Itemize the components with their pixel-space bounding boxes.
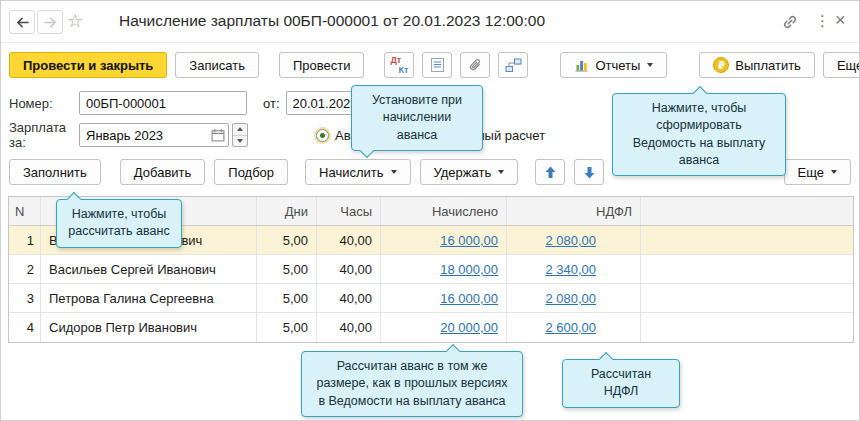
col-header-accrued[interactable]: Начислено (381, 197, 507, 225)
forward-arrow-icon (43, 16, 58, 29)
accrued-link[interactable]: 20 000,00 (440, 320, 498, 335)
accrued-link[interactable]: 16 000,00 (440, 233, 498, 248)
post-button[interactable]: Провести (279, 52, 365, 78)
more-button-main[interactable]: Еще (823, 52, 860, 78)
more-button-table[interactable]: Еще (784, 159, 851, 185)
withhold-button[interactable]: Удержать (420, 159, 519, 185)
tooltip-pay-hint: Нажмите, чтобы сформировать Ведомость на… (612, 93, 786, 176)
table-row[interactable]: 2 Васильев Сергей Иванович 5,00 40,00 18… (9, 255, 853, 284)
period-input[interactable] (79, 123, 229, 147)
period-spinner (232, 123, 248, 147)
more-label: Еще (837, 58, 860, 73)
fill-button[interactable]: Заполнить (9, 159, 101, 185)
days-cell[interactable]: 5,00 (257, 255, 317, 283)
more-menu-icon[interactable]: ⋮ (815, 12, 830, 30)
pick-button[interactable]: Подбор (214, 159, 288, 185)
pay-button[interactable]: ₽ Выплатить (699, 52, 815, 78)
tax-link[interactable]: 2 080,00 (545, 233, 596, 248)
tooltip-tail (67, 192, 81, 206)
hours-cell[interactable]: 40,00 (317, 284, 381, 312)
filler-cell (641, 255, 853, 283)
tooltip-tax-hint: Рассчитан НДФЛ (562, 359, 680, 408)
days-cell[interactable]: 5,00 (257, 313, 317, 342)
tax-link[interactable]: 2 600,00 (545, 320, 596, 335)
accrued-cell: 20 000,00 (381, 313, 507, 342)
hours-cell[interactable]: 40,00 (317, 226, 381, 254)
tax-link[interactable]: 2 080,00 (545, 291, 596, 306)
reports-button[interactable]: Отчеты (560, 52, 667, 78)
accrue-button[interactable]: Начислить (305, 159, 410, 185)
tooltip-set-on-advance: Установите при начислении аванса (351, 85, 483, 151)
days-cell[interactable]: 5,00 (257, 226, 317, 254)
tooltip-fill-hint: Нажмите, чтобы рассчитать аванс (56, 199, 182, 248)
tax-cell: 2 340,00 (507, 255, 641, 283)
employee-cell[interactable]: Васильев Сергей Иванович (41, 255, 257, 283)
accrued-cell: 16 000,00 (381, 284, 507, 312)
hours-cell[interactable]: 40,00 (317, 313, 381, 342)
accrued-link[interactable]: 16 000,00 (440, 291, 498, 306)
filler-cell (641, 284, 853, 312)
col-header-n[interactable]: N (9, 197, 41, 225)
table-row[interactable]: 4 Сидоров Петр Иванович 5,00 40,00 20 00… (9, 313, 853, 342)
row-number-cell: 2 (9, 255, 41, 283)
employee-cell[interactable]: Петрова Галина Сергеевна (41, 284, 257, 312)
forward-button[interactable] (37, 10, 63, 34)
col-header-hours[interactable]: Часы (317, 197, 381, 225)
structure-icon (505, 58, 522, 73)
col-header-tax[interactable]: НДФЛ (507, 197, 641, 225)
col-header-filler (641, 197, 853, 225)
ruble-coin-icon: ₽ (713, 57, 729, 73)
spinner-down-icon (237, 139, 243, 143)
accrue-label: Начислить (319, 165, 383, 180)
number-label: Номер: (9, 96, 79, 111)
accrued-link[interactable]: 18 000,00 (440, 262, 498, 277)
arrow-up-icon (545, 166, 556, 179)
chevron-down-icon (498, 170, 504, 174)
tax-cell: 2 080,00 (507, 284, 641, 312)
row-number-cell: 1 (9, 226, 41, 254)
close-icon[interactable]: × (835, 10, 846, 31)
filler-cell (641, 226, 853, 254)
related-documents-button[interactable] (498, 52, 528, 78)
row-number-cell: 3 (9, 284, 41, 312)
bar-chart-icon (574, 58, 589, 72)
accrued-cell: 16 000,00 (381, 226, 507, 254)
spinner-down-button[interactable] (233, 136, 247, 147)
chevron-down-icon (647, 63, 653, 67)
paperclip-icon (468, 57, 483, 73)
add-button[interactable]: Добавить (120, 159, 205, 185)
arrow-down-icon (584, 166, 595, 179)
favorite-star-icon[interactable]: ☆ (67, 10, 83, 31)
date-label: от: (263, 96, 280, 111)
days-cell[interactable]: 5,00 (257, 284, 317, 312)
post-and-close-button[interactable]: Провести и закрыть (9, 52, 167, 78)
tax-cell: 2 080,00 (507, 226, 641, 254)
radio-advance-circle (316, 129, 329, 142)
employee-cell[interactable]: Сидоров Петр Иванович (41, 313, 257, 342)
salary-accrual-document-window: ☆ Начисление зарплаты 00БП-000001 от 20.… (0, 0, 860, 421)
dtkt-button[interactable]: ДтКт (384, 52, 414, 78)
titlebar: ☆ Начисление зарплаты 00БП-000001 от 20.… (1, 1, 859, 43)
dtkt-icon: ДтКт (390, 56, 408, 74)
period-field (79, 123, 229, 147)
reports-label: Отчеты (595, 58, 640, 73)
hours-cell[interactable]: 40,00 (317, 255, 381, 283)
spinner-up-icon (237, 127, 243, 131)
register-records-button[interactable] (422, 52, 452, 78)
number-input[interactable] (79, 91, 247, 115)
table-row[interactable]: 3 Петрова Галина Сергеевна 5,00 40,00 16… (9, 284, 853, 313)
calendar-icon[interactable] (210, 128, 226, 143)
tooltip-tail (360, 144, 374, 158)
back-button[interactable] (9, 10, 35, 34)
spinner-up-button[interactable] (233, 124, 247, 136)
page-title: Начисление зарплаты 00БП-000001 от 20.01… (119, 12, 545, 30)
accrued-cell: 18 000,00 (381, 255, 507, 283)
move-down-button[interactable] (574, 159, 604, 185)
copy-link-icon[interactable] (782, 14, 798, 33)
withhold-label: Удержать (434, 165, 492, 180)
tax-link[interactable]: 2 340,00 (545, 262, 596, 277)
attachments-button[interactable] (460, 52, 490, 78)
save-button[interactable]: Записать (175, 52, 259, 78)
col-header-days[interactable]: Дни (257, 197, 317, 225)
move-up-button[interactable] (535, 159, 565, 185)
